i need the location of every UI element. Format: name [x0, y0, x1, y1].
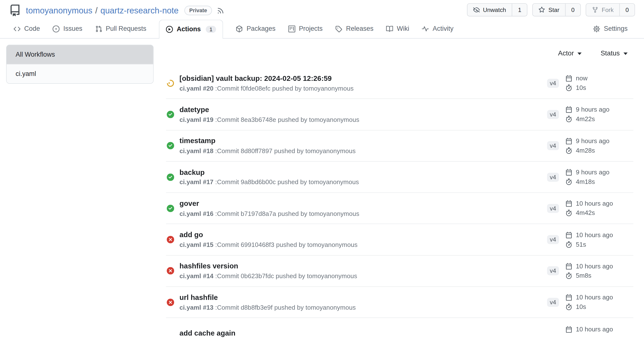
- tab-pull-requests-label: Pull Requests: [106, 25, 146, 32]
- status-filter-dropdown[interactable]: Status: [600, 49, 628, 57]
- workflow-run-row[interactable]: datetype ci.yaml #19 :Commit 8ea3b6748e …: [166, 99, 634, 130]
- workflow-run-row[interactable]: add cache again 10 hours ago: [166, 318, 634, 338]
- calendar-icon: [566, 107, 572, 113]
- run-commit-text: :Commit 0b623b7fdc pushed by tomoyanonym…: [214, 273, 357, 280]
- run-started-time: 9 hours ago: [566, 169, 628, 176]
- tab-actions[interactable]: Actions1: [159, 19, 223, 38]
- stopwatch-icon: [566, 147, 572, 154]
- stopwatch-icon: [566, 241, 572, 248]
- repo-header: tomoyanonymous/quartz-research-note Priv…: [0, 0, 644, 18]
- run-commit-text: :Commit d8b8fb3e9f pushed by tomoyanonym…: [214, 304, 356, 311]
- stopwatch-icon: [566, 116, 572, 122]
- actor-filter-dropdown[interactable]: Actor: [558, 49, 582, 57]
- repo-name-link[interactable]: quartz-research-note: [100, 6, 179, 15]
- workflow-run-row[interactable]: timestamp ci.yaml #18 :Commit 8d80ff7897…: [166, 130, 634, 162]
- workflow-run-row[interactable]: [obsidian] vault backup: 2024-02-05 12:2…: [166, 68, 634, 99]
- run-text: add cache again: [180, 329, 553, 338]
- run-status-icon: [167, 111, 174, 118]
- run-title[interactable]: timestamp: [180, 137, 547, 146]
- run-times: 9 hours ago 4m28s: [566, 137, 628, 154]
- run-title[interactable]: add cache again: [180, 329, 553, 338]
- tab-releases[interactable]: Releases: [336, 19, 374, 38]
- star-count[interactable]: 0: [565, 4, 580, 16]
- stopwatch-icon: [566, 304, 572, 310]
- run-started-time: 9 hours ago: [566, 137, 628, 145]
- star-label: Star: [548, 6, 560, 13]
- tab-packages[interactable]: Packages: [236, 19, 276, 38]
- run-version-badge: v4: [547, 110, 559, 119]
- run-workflow-number: ci.yaml #18: [180, 147, 214, 154]
- workflow-run-row[interactable]: hashfiles version ci.yaml #14 :Commit 0b…: [166, 255, 634, 287]
- rss-icon[interactable]: [217, 7, 224, 14]
- unwatch-button[interactable]: Unwatch 1: [467, 3, 528, 16]
- workflows-sidebar: All Workflows ci.yaml: [6, 45, 154, 84]
- workflow-runs-panel: Actor Status [obsidian] vault backup: 20…: [166, 39, 634, 338]
- run-meta: v4 9 hours ago 4m22s: [547, 106, 633, 123]
- run-started-time: now: [566, 75, 628, 82]
- sidebar-item-all-workflows[interactable]: All Workflows: [6, 45, 153, 64]
- repo-icon: [9, 4, 21, 16]
- chevron-down-icon: [624, 52, 628, 55]
- run-version-badge: v4: [547, 266, 559, 276]
- tab-activity[interactable]: Activity: [422, 19, 454, 38]
- run-title[interactable]: url hashfile: [180, 293, 547, 302]
- workflow-run-row[interactable]: add go ci.yaml #15 :Commit 69910468f3 pu…: [166, 224, 634, 255]
- run-title[interactable]: hashfiles version: [180, 262, 547, 271]
- tab-releases-label: Releases: [346, 25, 373, 32]
- gear-icon: [593, 25, 600, 32]
- calendar-icon: [566, 169, 572, 175]
- run-workflow-number: ci.yaml #16: [180, 210, 214, 217]
- workflow-run-row[interactable]: backup ci.yaml #17 :Commit 9a8bd6b00c pu…: [166, 162, 634, 193]
- tab-actions-label: Actions: [177, 25, 201, 33]
- run-duration: 4m42s: [566, 209, 628, 217]
- page-content: All Workflows ci.yaml Actor Status [obsi…: [0, 39, 644, 338]
- stopwatch-icon: [566, 178, 572, 185]
- workflow-run-row[interactable]: gover ci.yaml #16 :Commit b7197d8a7a pus…: [166, 193, 634, 224]
- run-duration: 4m28s: [566, 147, 628, 154]
- fork-icon: [592, 6, 598, 13]
- run-title[interactable]: datetype: [180, 106, 547, 115]
- run-meta: v4 10 hours ago 51s: [547, 231, 633, 248]
- workflow-run-row[interactable]: url hashfile ci.yaml #13 :Commit d8b8fb3…: [166, 287, 634, 318]
- sidebar-item-ci-yaml[interactable]: ci.yaml: [6, 64, 153, 83]
- github-actions-page: tomoyanonymous/quartz-research-note Priv…: [0, 0, 644, 338]
- unwatch-label: Unwatch: [483, 6, 506, 13]
- run-duration: 5m8s: [566, 272, 628, 279]
- run-times: 10 hours ago 4m42s: [566, 200, 628, 217]
- run-title[interactable]: add go: [180, 231, 547, 240]
- fork-count[interactable]: 0: [619, 4, 634, 16]
- run-title[interactable]: [obsidian] vault backup: 2024-02-05 12:2…: [180, 74, 547, 83]
- pulse-icon: [422, 25, 429, 32]
- repo-separator: /: [92, 6, 100, 15]
- run-meta: v4 now 10s: [547, 75, 633, 92]
- tab-packages-label: Packages: [247, 25, 276, 32]
- book-icon: [386, 25, 393, 32]
- tab-issues[interactable]: Issues: [52, 19, 82, 38]
- run-commit-text: :Commit 69910468f3 pushed by tomoyanonym…: [214, 241, 358, 248]
- run-text: gover ci.yaml #16 :Commit b7197d8a7a pus…: [180, 199, 547, 217]
- tab-projects[interactable]: Projects: [288, 19, 323, 38]
- tab-code-label: Code: [24, 25, 40, 32]
- run-times: 9 hours ago 4m22s: [566, 106, 628, 123]
- repo-owner-link[interactable]: tomoyanonymous: [26, 6, 92, 15]
- actions-count-badge: 1: [206, 26, 216, 33]
- run-title[interactable]: backup: [180, 168, 547, 177]
- package-icon: [236, 25, 243, 32]
- tab-code[interactable]: Code: [14, 19, 40, 38]
- run-started-time: 9 hours ago: [566, 106, 628, 113]
- star-button[interactable]: Star 0: [532, 3, 581, 16]
- tab-pull-requests[interactable]: Pull Requests: [95, 19, 146, 38]
- run-status-icon: [167, 299, 174, 306]
- eye-slash-icon: [473, 6, 480, 13]
- stopwatch-icon: [566, 210, 572, 216]
- fork-button[interactable]: Fork 0: [586, 3, 635, 16]
- run-commit-text: :Commit 9a8bd6b00c pushed by tomoyanonym…: [214, 179, 359, 186]
- repo-nav-tabs: Code Issues Pull Requests Actions1 Packa…: [0, 19, 644, 39]
- run-title[interactable]: gover: [180, 199, 547, 208]
- run-workflow-number: ci.yaml #13: [180, 304, 214, 311]
- tab-wiki[interactable]: Wiki: [386, 19, 409, 38]
- tab-issues-label: Issues: [63, 25, 82, 32]
- watch-count[interactable]: 1: [512, 4, 527, 16]
- run-text: datetype ci.yaml #19 :Commit 8ea3b6748e …: [180, 106, 547, 124]
- tab-settings[interactable]: Settings: [593, 19, 628, 38]
